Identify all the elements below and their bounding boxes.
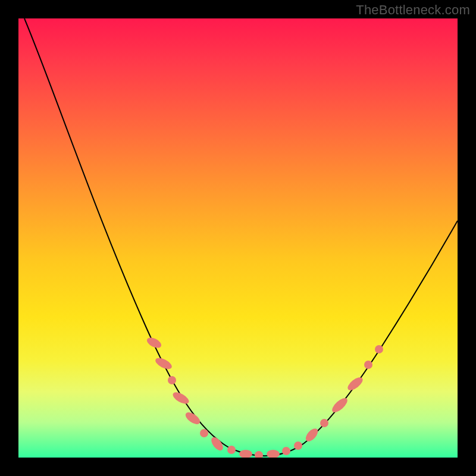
marker-dot	[255, 451, 263, 458]
marker-dot	[346, 375, 365, 393]
marker-dot	[267, 450, 280, 458]
bottleneck-curve-svg	[18, 18, 458, 458]
marker-dot	[330, 396, 349, 415]
bottleneck-curve	[24, 18, 458, 456]
marker-dot	[320, 419, 328, 427]
marker-dot	[375, 345, 383, 353]
marker-dot	[239, 450, 252, 458]
marker-dot	[227, 446, 236, 454]
marker-dot	[364, 361, 372, 369]
marker-dot	[294, 441, 302, 450]
marker-dot	[168, 376, 176, 384]
marker-dot	[200, 429, 208, 437]
marker-dot	[154, 356, 173, 371]
marker-dot	[145, 336, 163, 350]
marker-dot	[171, 390, 191, 406]
watermark-text: TheBottleneck.com	[356, 2, 470, 18]
marker-dot	[282, 447, 290, 455]
chart-plot-area	[18, 18, 458, 458]
